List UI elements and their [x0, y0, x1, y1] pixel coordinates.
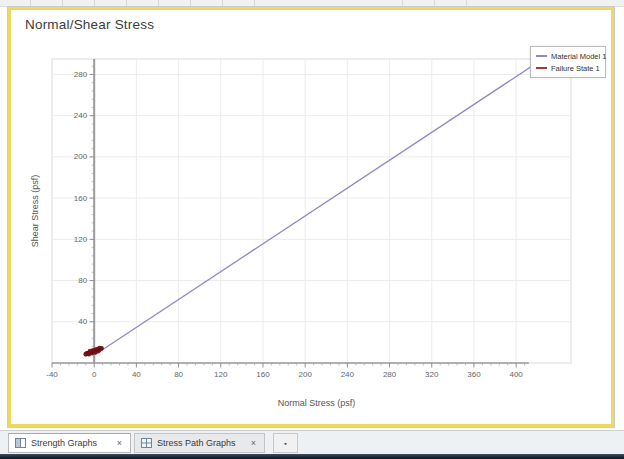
x-axis-title: Normal Stress (psf) — [278, 398, 356, 408]
normal-shear-stress-chart: -400408012016020024028032036040040801201… — [11, 10, 612, 425]
graph-panel: Normal/Shear Stress -4004080120160200240… — [7, 6, 615, 428]
legend-label: Material Model 1 — [551, 52, 606, 61]
svg-text:400: 400 — [509, 370, 523, 379]
tab-strength-graphs[interactable]: Strength Graphs × — [8, 433, 131, 453]
tab-label: Strength Graphs — [31, 438, 97, 448]
x-tick-labels: -4004080120160200240280320360400 — [46, 363, 523, 379]
svg-text:40: 40 — [132, 370, 141, 379]
svg-text:200: 200 — [74, 152, 88, 161]
svg-text:80: 80 — [78, 276, 87, 285]
chart-legend: Material Model 1 Failure State 1 — [530, 46, 606, 78]
grid-pane-icon — [141, 438, 152, 448]
add-tab-button[interactable]: ▪ — [273, 433, 298, 453]
bottom-window-edge — [0, 454, 624, 459]
svg-text:160: 160 — [74, 194, 88, 203]
legend-item-material-model: Material Model 1 — [536, 50, 601, 62]
y-axis-title: Shear Stress (psf) — [30, 175, 40, 248]
svg-text:200: 200 — [298, 370, 312, 379]
legend-item-failure-state: Failure State 1 — [536, 62, 601, 74]
bottom-tab-area: Strength Graphs × Stress Path Graphs × ▪ — [0, 430, 624, 459]
split-pane-icon — [15, 438, 26, 448]
svg-text:280: 280 — [74, 70, 88, 79]
svg-text:360: 360 — [467, 370, 481, 379]
svg-text:320: 320 — [425, 370, 439, 379]
tab-label: Stress Path Graphs — [157, 438, 236, 448]
svg-text:120: 120 — [214, 370, 228, 379]
svg-text:120: 120 — [74, 235, 88, 244]
failure-state-line-icon — [536, 67, 547, 69]
graph-panel-gold-border: Normal/Shear Stress -4004080120160200240… — [8, 7, 614, 427]
tab-stress-path-graphs[interactable]: Stress Path Graphs × — [134, 433, 265, 453]
svg-text:240: 240 — [341, 370, 355, 379]
svg-text:80: 80 — [174, 370, 183, 379]
close-icon[interactable]: × — [249, 438, 258, 449]
legend-label: Failure State 1 — [551, 64, 600, 73]
svg-text:-40: -40 — [46, 370, 58, 379]
svg-text:0: 0 — [92, 370, 97, 379]
svg-text:240: 240 — [74, 111, 88, 120]
svg-text:280: 280 — [383, 370, 397, 379]
material-model-line-icon — [536, 55, 547, 57]
svg-text:160: 160 — [256, 370, 270, 379]
graph-panel-content: Normal/Shear Stress -4004080120160200240… — [11, 10, 611, 424]
document-tabbar: Strength Graphs × Stress Path Graphs × ▪ — [0, 433, 624, 453]
close-icon[interactable]: × — [115, 438, 124, 449]
svg-text:40: 40 — [78, 317, 87, 326]
